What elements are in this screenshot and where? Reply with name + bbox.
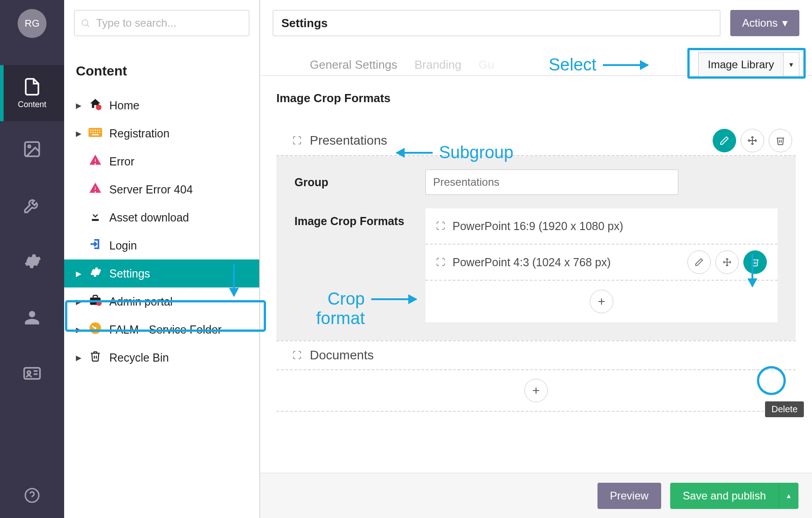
pencil-icon [719, 136, 729, 146]
svg-rect-14 [95, 129, 96, 131]
editor-footer: Preview Save and publish ▲ [260, 473, 812, 518]
svg-rect-13 [93, 129, 94, 131]
preview-button[interactable]: Preview [597, 483, 661, 509]
group-name: Presentations [310, 133, 387, 148]
rail-item-media[interactable] [0, 121, 64, 177]
move-crop-button[interactable] [715, 250, 739, 274]
search-icon [80, 18, 90, 28]
rail-item-users[interactable] [0, 289, 64, 345]
avatar[interactable]: RG [18, 9, 47, 38]
add-group-button[interactable]: + [524, 379, 548, 402]
tree-heading: Content [64, 36, 259, 91]
node-title-input[interactable] [273, 10, 720, 36]
tab-overflow-dropdown[interactable]: Image Library [698, 52, 783, 77]
rail-item-help[interactable] [0, 473, 64, 518]
annotation-arrow-delete [751, 254, 753, 287]
edit-crop-button[interactable] [687, 250, 711, 274]
svg-line-9 [87, 25, 89, 27]
delete-group-button[interactable] [769, 129, 792, 152]
tree-item-server-error[interactable]: ▶ Server Error 404 [64, 175, 259, 203]
delete-crop-button[interactable] [743, 250, 767, 274]
alert-icon [88, 182, 103, 197]
actions-button[interactable]: Actions ▾ [730, 10, 799, 36]
svg-rect-21 [99, 132, 101, 133]
image-icon [23, 140, 42, 159]
tree-item-home[interactable]: ▶ Home [64, 91, 259, 119]
trash-icon [88, 350, 103, 365]
save-publish-button[interactable]: Save and publish [670, 483, 779, 509]
svg-point-26 [94, 327, 97, 330]
add-crop-button[interactable]: + [590, 290, 613, 313]
caret-down-icon: ▾ [782, 17, 788, 29]
crop-icon: ⛶ [436, 257, 445, 268]
tree-label: FALM - Service Folder [109, 323, 222, 336]
svg-rect-22 [92, 134, 99, 135]
tab-overflow-caret[interactable]: ▼ [783, 52, 799, 77]
add-crop-row: + [425, 281, 778, 322]
group-row-presentations[interactable]: ⛶ Presentations [276, 126, 796, 156]
group-name: Documents [310, 348, 374, 363]
group-field-label: Group [294, 170, 425, 189]
group-row-documents[interactable]: ⛶ Documents [276, 340, 796, 370]
caret-icon: ▶ [76, 325, 81, 334]
svg-rect-20 [97, 132, 98, 133]
tab-hidden[interactable]: Gu [479, 58, 495, 72]
search-input[interactable] [74, 10, 249, 36]
caret-icon: ▶ [76, 353, 81, 362]
tab-branding[interactable]: Branding [415, 58, 462, 72]
tab-general[interactable]: General Settings [310, 58, 397, 72]
tree-item-recycle-bin[interactable]: ▶ Recycle Bin [64, 344, 259, 372]
save-publish-caret[interactable]: ▲ [779, 483, 798, 509]
tree-item-registration[interactable]: ▶ Registration [64, 119, 259, 147]
trash-icon [775, 136, 785, 146]
rail-item-settings[interactable] [0, 177, 64, 233]
app-rail: RG Content [0, 0, 64, 518]
crop-item[interactable]: ⛶ PowerPoint 16:9 (1920 x 1080 px) [425, 208, 778, 245]
tree-label: Recycle Bin [109, 351, 169, 364]
svg-point-10 [96, 104, 102, 110]
crop-label: PowerPoint 16:9 (1920 x 1080 px) [453, 220, 623, 233]
tree-label: Registration [109, 127, 169, 140]
editor-body: Image Crop Formats ⛶ Presentations Group [260, 76, 812, 473]
svg-rect-18 [93, 132, 94, 133]
move-icon [723, 258, 732, 267]
section-title: Image Crop Formats [276, 91, 796, 105]
home-icon [88, 97, 103, 113]
caret-icon: ▶ [76, 129, 81, 138]
tree-label: Error [109, 155, 135, 168]
tree-item-asset-download[interactable]: ▶ Asset download [64, 203, 259, 231]
rail-item-config[interactable] [0, 233, 64, 289]
tree-item-settings[interactable]: ▶ Settings [64, 259, 259, 287]
crop-label: PowerPoint 4:3 (1024 x 768 px) [453, 256, 611, 269]
alert-icon [88, 154, 103, 169]
pencil-icon [695, 258, 704, 267]
caret-icon: ▶ [76, 101, 81, 110]
crop-item[interactable]: ⛶ PowerPoint 4:3 (1024 x 768 px) [425, 245, 778, 281]
svg-rect-19 [95, 132, 96, 133]
rail-item-content[interactable]: Content [0, 65, 64, 121]
tree-label: Admin portal [109, 295, 173, 308]
tree-item-login[interactable]: ▶ Login [64, 231, 259, 259]
rail-item-members[interactable] [0, 345, 64, 401]
svg-point-24 [96, 301, 102, 306]
svg-rect-15 [97, 129, 98, 131]
crop-icon: ⛶ [293, 350, 302, 361]
svg-point-6 [25, 489, 39, 502]
gear-icon [23, 252, 42, 271]
gear-icon [88, 266, 103, 281]
tree-item-error[interactable]: ▶ Error [64, 147, 259, 175]
group-panel-presentations: Group Image Crop Formats ⛶ PowerPoint 16… [276, 156, 796, 340]
editor-topbar: Actions ▾ General Settings Branding Gu I… [260, 0, 812, 76]
keyboard-icon [88, 127, 103, 140]
caret-icon: ▶ [76, 297, 81, 306]
move-group-button[interactable] [741, 129, 764, 152]
group-name-input[interactable] [425, 170, 678, 195]
edit-group-button[interactable] [713, 129, 736, 152]
help-icon [24, 487, 40, 504]
actions-label: Actions [742, 17, 778, 29]
annotation-arrow-settings [233, 264, 235, 296]
tree-label: Settings [109, 267, 150, 280]
caret-icon: ▶ [76, 269, 81, 278]
tree-item-falm[interactable]: ▶ FALM - Service Folder [64, 316, 259, 344]
briefcase-icon [88, 294, 103, 309]
